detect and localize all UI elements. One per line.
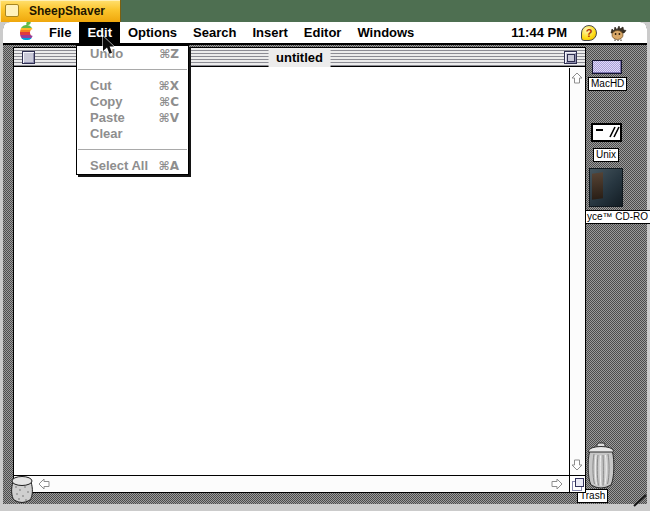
horizontal-scrollbar[interactable] [14, 475, 569, 492]
window-corner-ornament-icon [10, 474, 34, 504]
edit-dropdown-menu: Undo ⌘Z Cut ⌘X Copy ⌘C Paste ⌘V Clear Se… [76, 45, 189, 175]
menu-windows[interactable]: Windows [349, 22, 422, 43]
menubar-clock[interactable]: 11:44 PM [511, 25, 567, 40]
trash-icon[interactable] [586, 442, 616, 490]
scroll-left-arrow-icon[interactable] [36, 478, 48, 490]
menu-separator [77, 142, 188, 158]
scroll-right-arrow-icon[interactable] [553, 478, 565, 490]
cdrom-photo-icon[interactable] [589, 168, 623, 207]
unix-volume-icon[interactable] [591, 123, 622, 142]
menu-item-undo[interactable]: Undo ⌘Z [77, 46, 188, 62]
sheepshaver-emulator-screen: SheepShaver File Edit Options Search Ins… [0, 0, 650, 511]
scroll-down-arrow-icon[interactable] [571, 461, 583, 473]
close-box[interactable] [22, 51, 35, 64]
menu-search[interactable]: Search [185, 22, 244, 43]
cdrom-label[interactable]: yce™ CD-RO [584, 210, 650, 224]
unix-label[interactable]: Unix [593, 148, 619, 162]
menu-item-cut[interactable]: Cut ⌘X [77, 78, 188, 94]
menu-options[interactable]: Options [120, 22, 185, 43]
scroll-up-arrow-icon[interactable] [571, 70, 583, 82]
menu-bar: File Edit Options Search Insert Editor W… [3, 22, 647, 44]
menu-insert[interactable]: Insert [244, 22, 295, 43]
wm-titlebar: SheepShaver [0, 0, 650, 22]
machd-label[interactable]: MacHD [588, 77, 627, 91]
zoom-box[interactable] [564, 51, 577, 64]
mouse-cursor-arrow-icon [101, 35, 116, 56]
wm-window-title: SheepShaver [29, 0, 105, 22]
machd-disk-icon[interactable] [592, 60, 622, 74]
menu-item-paste[interactable]: Paste ⌘V [77, 110, 188, 126]
menu-separator [77, 62, 188, 78]
menu-item-copy[interactable]: Copy ⌘C [77, 94, 188, 110]
desktop-corner-fold-icon [633, 493, 648, 506]
menu-item-select-all[interactable]: Select All ⌘A [77, 158, 188, 174]
application-menu-sheep-icon[interactable] [610, 25, 627, 41]
vertical-scrollbar[interactable] [569, 68, 585, 475]
menu-item-clear[interactable]: Clear [77, 126, 188, 142]
menu-editor[interactable]: Editor [296, 22, 350, 43]
grow-box[interactable] [569, 475, 585, 492]
help-balloon-icon[interactable]: ? [581, 25, 597, 41]
window-title: untitled [268, 48, 331, 67]
wm-window-icon[interactable] [5, 4, 19, 17]
apple-menu-icon[interactable] [20, 25, 33, 40]
menu-file[interactable]: File [41, 22, 79, 43]
wm-active-tab[interactable]: SheepShaver [0, 0, 121, 22]
